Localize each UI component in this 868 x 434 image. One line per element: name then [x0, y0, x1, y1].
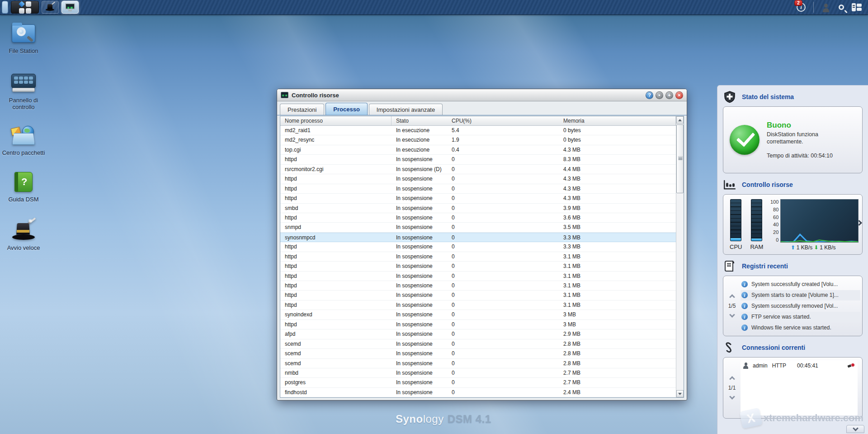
site-watermark-logo: X — [739, 408, 762, 429]
desktop-icon-package-center[interactable]: Centro pacchetti — [0, 124, 47, 157]
current-connections-header[interactable]: Connessioni correnti — [723, 341, 863, 354]
table-row[interactable]: httpdIn sospensione03.1 MB — [280, 272, 676, 281]
log-item[interactable]: iWindows file service was started. — [741, 323, 860, 333]
column-header[interactable]: Nome processo — [280, 116, 392, 125]
table-cell: httpd — [280, 291, 392, 300]
table-scrollbar[interactable] — [676, 116, 684, 397]
table-row[interactable]: snmpdIn sospensione03.5 MB — [280, 223, 676, 232]
table-row[interactable]: rsrcmonitor2.cgiIn sospensione (D)04.4 M… — [280, 165, 676, 174]
table-row[interactable]: top.cgiIn esecuzione0.44.3 MB — [280, 145, 676, 155]
table-row[interactable]: httpdIn sospensione03.1 MB — [280, 281, 676, 291]
minimize-button[interactable]: • — [656, 91, 663, 99]
table-row[interactable]: smbdIn sospensione03.9 MB — [280, 204, 676, 213]
table-cell: rsrcmonitor2.cgi — [280, 165, 392, 174]
main-menu-button[interactable] — [11, 1, 39, 14]
table-row[interactable]: httpdIn sospensione03.1 MB — [280, 300, 676, 310]
table-row[interactable]: httpdIn sospensione04.3 MB — [280, 194, 676, 203]
table-row[interactable]: scemdIn sospensione02.8 MB — [280, 359, 676, 368]
scroll-down-button[interactable] — [676, 390, 684, 397]
table-row[interactable]: httpdIn sospensione03.3 MB — [280, 242, 676, 252]
table-cell: 2.4 MB — [559, 388, 676, 397]
disconnect-icon[interactable] — [848, 363, 855, 368]
show-desktop-button[interactable] — [2, 1, 8, 14]
table-cell: In esecuzione — [392, 126, 447, 135]
table-cell: In sospensione — [392, 262, 447, 271]
table-row[interactable]: findhostdIn sospensione02.4 MB — [280, 388, 676, 397]
desktop-icon-control-panel[interactable]: Pannello di controllo — [0, 71, 47, 111]
log-item[interactable]: iFTP service was started. — [741, 312, 860, 322]
table-cell: In sospensione — [392, 242, 447, 251]
log-item[interactable]: iSystem starts to create [Volume 1]... — [741, 290, 860, 300]
table-cell: 3.1 MB — [559, 272, 676, 281]
table-row[interactable]: scemdIn sospensione02.8 MB — [280, 349, 676, 358]
table-row[interactable]: httpdIn sospensione03.6 MB — [280, 213, 676, 223]
table-row[interactable]: httpdIn sospensione03.1 MB — [280, 262, 676, 271]
desktop-icon-quick-start[interactable]: Avvio veloce — [0, 219, 47, 252]
table-row[interactable]: httpdIn sospensione03 MB — [280, 320, 676, 329]
table-row[interactable]: httpdIn sospensione03.1 MB — [280, 252, 676, 262]
window-titlebar[interactable]: Controllo risorse ? • + × — [277, 89, 687, 101]
table-cell: smbd — [280, 204, 392, 213]
table-cell: 0 — [447, 272, 559, 281]
connections-page-up[interactable] — [729, 376, 735, 382]
resource-monitor-icon — [65, 3, 75, 11]
maximize-button[interactable]: + — [665, 91, 673, 99]
connection-protocol: HTTP — [772, 362, 786, 369]
log-item[interactable]: iSystem successfully removed [Vol... — [741, 301, 860, 311]
table-row[interactable]: md2_raid1In esecuzione5.40 bytes — [280, 126, 676, 135]
table-cell: httpd — [280, 281, 392, 290]
tab-impostazioni-avanzate[interactable]: Impostazioni avanzate — [369, 104, 443, 115]
scrollbar-thumb[interactable] — [676, 124, 684, 193]
desktop-icon-dsm-help[interactable]: ? Guida DSM — [0, 170, 47, 203]
pilot-view-button[interactable] — [849, 1, 864, 14]
table-cell: 0 — [447, 194, 559, 203]
table-row[interactable]: httpdIn sospensione04.3 MB — [280, 184, 676, 194]
desktop-icon-file-station[interactable]: File Station — [0, 22, 47, 55]
window-title-icon — [281, 92, 288, 98]
user-menu-button[interactable] — [818, 1, 834, 14]
tab-processo[interactable]: Processo — [326, 103, 368, 115]
quick-start-taskbar-button[interactable] — [42, 1, 59, 14]
tab-prestazioni[interactable]: Prestazioni — [280, 104, 324, 115]
connections-page-down[interactable] — [729, 394, 735, 400]
table-row[interactable]: synosnmpcdIn sospensione03.3 MB — [280, 233, 676, 242]
table-row[interactable]: md2_resyncIn esecuzione1.90 bytes — [280, 135, 676, 145]
column-header[interactable]: Stato — [392, 116, 447, 125]
table-row[interactable]: httpdIn sospensione03.1 MB — [280, 291, 676, 300]
search-button[interactable] — [834, 1, 849, 14]
logs-pager-count: 1/5 — [728, 303, 736, 309]
help-button[interactable]: ? — [646, 91, 653, 99]
table-row[interactable]: httpdIn sospensione08.3 MB — [280, 155, 676, 164]
table-row[interactable]: afpdIn sospensione02.9 MB — [280, 329, 676, 339]
table-cell: 0 bytes — [559, 126, 676, 135]
logs-page-down[interactable] — [729, 312, 735, 318]
table-cell: In sospensione — [392, 204, 447, 213]
system-status-header[interactable]: Stato del sistema — [723, 90, 863, 104]
connection-row[interactable]: admin HTTP 00:45:41 — [741, 360, 858, 371]
table-cell: 3.3 MB — [559, 242, 676, 251]
scroll-up-button[interactable] — [676, 116, 684, 124]
column-header[interactable]: CPU(%) — [447, 116, 559, 125]
taskbar: 2 i — [0, 0, 868, 15]
log-text: System starts to create [Volume 1]... — [751, 292, 839, 298]
table-row[interactable]: nmbdIn sospensione02.7 MB — [280, 368, 676, 378]
control-panel-icon — [11, 71, 36, 95]
logs-page-up[interactable] — [729, 294, 735, 300]
table-cell: 2.7 MB — [559, 378, 676, 387]
table-cell: afpd — [280, 329, 392, 339]
notifications-button[interactable]: 2 i — [793, 1, 809, 14]
close-button[interactable]: × — [675, 91, 683, 99]
log-item[interactable]: iSystem successfully created [Volu... — [741, 279, 860, 290]
table-row[interactable]: httpdIn sospensione04.3 MB — [280, 174, 676, 184]
section-title: Connessioni correnti — [742, 344, 805, 351]
resource-monitor-widget-header[interactable]: Controllo risorse — [723, 178, 863, 191]
notification-badge: 2 — [794, 0, 802, 6]
table-row[interactable]: synoindexdIn sospensione03 MB — [280, 310, 676, 320]
recent-logs-header[interactable]: Registri recenti — [723, 259, 863, 273]
desktop-icon-label: Avvio veloce — [7, 245, 40, 252]
table-row[interactable]: postgresIn sospensione02.7 MB — [280, 378, 676, 387]
table-cell: In sospensione — [392, 291, 447, 300]
table-row[interactable]: scemdIn sospensione02.8 MB — [280, 339, 676, 349]
resource-monitor-taskbar-button[interactable] — [61, 1, 79, 14]
column-header[interactable]: Memoria — [559, 116, 676, 125]
